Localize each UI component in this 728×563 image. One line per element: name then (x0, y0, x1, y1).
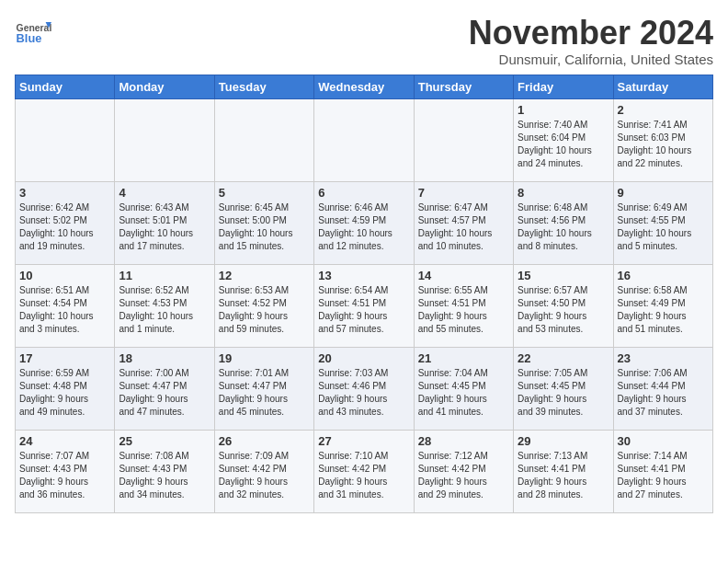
day-info: Sunrise: 6:47 AM Sunset: 4:57 PM Dayligh… (418, 201, 509, 253)
day-info: Sunrise: 6:55 AM Sunset: 4:51 PM Dayligh… (418, 284, 509, 336)
calendar-cell (214, 98, 313, 181)
calendar-cell: 13Sunrise: 6:54 AM Sunset: 4:51 PM Dayli… (314, 264, 414, 347)
calendar-cell (414, 98, 513, 181)
day-number: 9 (618, 186, 709, 200)
calendar-cell: 19Sunrise: 7:01 AM Sunset: 4:47 PM Dayli… (214, 347, 313, 430)
day-number: 18 (119, 351, 210, 365)
day-info: Sunrise: 7:06 AM Sunset: 4:44 PM Dayligh… (618, 367, 709, 419)
calendar-week-row: 1Sunrise: 7:40 AM Sunset: 6:04 PM Daylig… (16, 98, 713, 181)
svg-text:Blue: Blue (17, 31, 42, 45)
weekday-header-row: SundayMondayTuesdayWednesdayThursdayFrid… (16, 75, 713, 98)
calendar-cell: 2Sunrise: 7:41 AM Sunset: 6:03 PM Daylig… (613, 98, 712, 181)
day-info: Sunrise: 7:01 AM Sunset: 4:47 PM Dayligh… (219, 367, 310, 419)
month-title: November 2024 (469, 15, 713, 52)
calendar-cell: 16Sunrise: 6:58 AM Sunset: 4:49 PM Dayli… (613, 264, 712, 347)
day-number: 7 (418, 186, 509, 200)
calendar-cell: 5Sunrise: 6:45 AM Sunset: 5:00 PM Daylig… (214, 181, 313, 264)
day-info: Sunrise: 6:42 AM Sunset: 5:02 PM Dayligh… (19, 201, 110, 253)
calendar-cell: 25Sunrise: 7:08 AM Sunset: 4:43 PM Dayli… (115, 430, 214, 512)
calendar-cell: 20Sunrise: 7:03 AM Sunset: 4:46 PM Dayli… (314, 347, 414, 430)
day-info: Sunrise: 7:00 AM Sunset: 4:47 PM Dayligh… (119, 367, 210, 419)
day-info: Sunrise: 7:03 AM Sunset: 4:46 PM Dayligh… (318, 367, 409, 419)
day-info: Sunrise: 6:48 AM Sunset: 4:56 PM Dayligh… (518, 201, 609, 253)
day-number: 12 (219, 269, 310, 282)
weekday-header-cell: Wednesday (314, 75, 414, 98)
page-header: General Blue November 2024 Dunsmuir, Cal… (15, 15, 713, 67)
calendar-cell: 1Sunrise: 7:40 AM Sunset: 6:04 PM Daylig… (514, 98, 613, 181)
day-number: 21 (418, 351, 509, 365)
day-number: 29 (518, 434, 609, 448)
day-number: 11 (119, 269, 210, 282)
day-info: Sunrise: 7:04 AM Sunset: 4:45 PM Dayligh… (418, 367, 509, 419)
day-info: Sunrise: 7:14 AM Sunset: 4:41 PM Dayligh… (618, 450, 709, 501)
day-info: Sunrise: 6:43 AM Sunset: 5:01 PM Dayligh… (119, 201, 210, 253)
day-info: Sunrise: 7:09 AM Sunset: 4:42 PM Dayligh… (219, 450, 310, 501)
day-info: Sunrise: 6:58 AM Sunset: 4:49 PM Dayligh… (618, 284, 709, 336)
calendar-cell: 7Sunrise: 6:47 AM Sunset: 4:57 PM Daylig… (414, 181, 513, 264)
day-number: 24 (19, 434, 110, 448)
day-number: 2 (618, 103, 709, 117)
calendar-cell: 8Sunrise: 6:48 AM Sunset: 4:56 PM Daylig… (514, 181, 613, 264)
location-title: Dunsmuir, California, United States (469, 52, 713, 67)
day-info: Sunrise: 7:07 AM Sunset: 4:43 PM Dayligh… (19, 450, 110, 501)
calendar-week-row: 17Sunrise: 6:59 AM Sunset: 4:48 PM Dayli… (16, 347, 713, 430)
day-number: 10 (19, 269, 110, 282)
day-number: 16 (618, 269, 709, 282)
calendar-week-row: 3Sunrise: 6:42 AM Sunset: 5:02 PM Daylig… (16, 181, 713, 264)
calendar-cell: 4Sunrise: 6:43 AM Sunset: 5:01 PM Daylig… (115, 181, 214, 264)
day-info: Sunrise: 6:54 AM Sunset: 4:51 PM Dayligh… (318, 284, 409, 336)
day-info: Sunrise: 7:13 AM Sunset: 4:41 PM Dayligh… (518, 450, 609, 501)
day-number: 25 (119, 434, 210, 448)
calendar-cell: 10Sunrise: 6:51 AM Sunset: 4:54 PM Dayli… (16, 264, 115, 347)
day-info: Sunrise: 6:51 AM Sunset: 4:54 PM Dayligh… (19, 284, 110, 336)
calendar-cell: 23Sunrise: 7:06 AM Sunset: 4:44 PM Dayli… (613, 347, 712, 430)
day-info: Sunrise: 7:10 AM Sunset: 4:42 PM Dayligh… (318, 450, 409, 501)
calendar-cell: 6Sunrise: 6:46 AM Sunset: 4:59 PM Daylig… (314, 181, 414, 264)
day-number: 28 (418, 434, 509, 448)
weekday-header-cell: Saturday (613, 75, 712, 98)
day-info: Sunrise: 6:46 AM Sunset: 4:59 PM Dayligh… (318, 201, 409, 253)
calendar-table: SundayMondayTuesdayWednesdayThursdayFrid… (15, 75, 713, 513)
day-number: 14 (418, 269, 509, 282)
day-info: Sunrise: 7:05 AM Sunset: 4:45 PM Dayligh… (518, 367, 609, 419)
day-number: 22 (518, 351, 609, 365)
calendar-body: 1Sunrise: 7:40 AM Sunset: 6:04 PM Daylig… (16, 98, 713, 512)
day-number: 19 (219, 351, 310, 365)
calendar-cell: 11Sunrise: 6:52 AM Sunset: 4:53 PM Dayli… (115, 264, 214, 347)
calendar-cell: 15Sunrise: 6:57 AM Sunset: 4:50 PM Dayli… (514, 264, 613, 347)
day-number: 23 (618, 351, 709, 365)
calendar-week-row: 10Sunrise: 6:51 AM Sunset: 4:54 PM Dayli… (16, 264, 713, 347)
calendar-cell: 28Sunrise: 7:12 AM Sunset: 4:42 PM Dayli… (414, 430, 513, 512)
logo-icon: General Blue (15, 15, 51, 52)
weekday-header-cell: Thursday (414, 75, 513, 98)
day-info: Sunrise: 6:52 AM Sunset: 4:53 PM Dayligh… (119, 284, 210, 336)
day-number: 5 (219, 186, 310, 200)
day-number: 20 (318, 351, 409, 365)
calendar-cell: 17Sunrise: 6:59 AM Sunset: 4:48 PM Dayli… (16, 347, 115, 430)
weekday-header-cell: Tuesday (214, 75, 313, 98)
calendar-cell: 30Sunrise: 7:14 AM Sunset: 4:41 PM Dayli… (613, 430, 712, 512)
day-info: Sunrise: 6:59 AM Sunset: 4:48 PM Dayligh… (19, 367, 110, 419)
day-info: Sunrise: 7:40 AM Sunset: 6:04 PM Dayligh… (518, 119, 609, 170)
calendar-cell: 12Sunrise: 6:53 AM Sunset: 4:52 PM Dayli… (214, 264, 313, 347)
calendar-cell: 3Sunrise: 6:42 AM Sunset: 5:02 PM Daylig… (16, 181, 115, 264)
logo: General Blue (15, 15, 51, 52)
day-info: Sunrise: 6:49 AM Sunset: 4:55 PM Dayligh… (618, 201, 709, 253)
day-info: Sunrise: 6:53 AM Sunset: 4:52 PM Dayligh… (219, 284, 310, 336)
day-number: 4 (119, 186, 210, 200)
day-number: 13 (318, 269, 409, 282)
calendar-cell: 22Sunrise: 7:05 AM Sunset: 4:45 PM Dayli… (514, 347, 613, 430)
calendar-cell (115, 98, 214, 181)
day-number: 6 (318, 186, 409, 200)
calendar-cell: 29Sunrise: 7:13 AM Sunset: 4:41 PM Dayli… (514, 430, 613, 512)
day-info: Sunrise: 7:08 AM Sunset: 4:43 PM Dayligh… (119, 450, 210, 501)
day-info: Sunrise: 6:45 AM Sunset: 5:00 PM Dayligh… (219, 201, 310, 253)
day-number: 27 (318, 434, 409, 448)
day-number: 30 (618, 434, 709, 448)
weekday-header-cell: Sunday (16, 75, 115, 98)
calendar-cell (314, 98, 414, 181)
calendar-cell: 9Sunrise: 6:49 AM Sunset: 4:55 PM Daylig… (613, 181, 712, 264)
day-info: Sunrise: 6:57 AM Sunset: 4:50 PM Dayligh… (518, 284, 609, 336)
calendar-cell: 27Sunrise: 7:10 AM Sunset: 4:42 PM Dayli… (314, 430, 414, 512)
day-info: Sunrise: 7:41 AM Sunset: 6:03 PM Dayligh… (618, 119, 709, 170)
